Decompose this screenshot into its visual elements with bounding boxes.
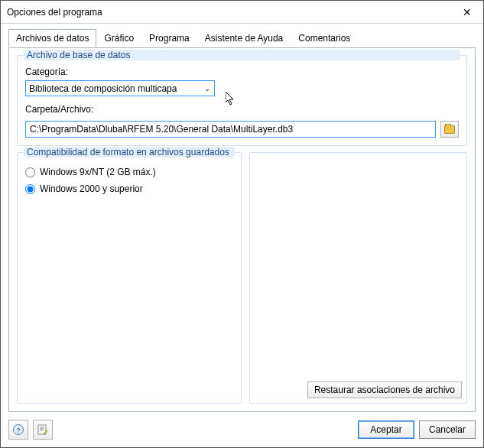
tab-grafico[interactable]: Gráfico bbox=[96, 29, 141, 47]
tab-page-archivos-datos: Archivo de base de datos Categoría: Bibl… bbox=[8, 47, 476, 412]
content-area: Archivos de datos Gráfico Programa Asist… bbox=[1, 24, 483, 447]
edit-button[interactable] bbox=[33, 420, 53, 440]
category-label: Categoría: bbox=[25, 67, 459, 77]
path-input[interactable] bbox=[25, 121, 436, 138]
restore-associations-button[interactable]: Restaurar asociaciones de archivo bbox=[307, 381, 462, 398]
tab-archivos-datos[interactable]: Archivos de datos bbox=[8, 29, 96, 47]
help-button[interactable]: ? bbox=[8, 420, 28, 440]
path-row bbox=[25, 121, 459, 138]
help-icon: ? bbox=[12, 424, 24, 436]
ok-button[interactable]: Aceptar bbox=[358, 420, 414, 439]
tab-strip: Archivos de datos Gráfico Programa Asist… bbox=[8, 29, 476, 48]
category-dropdown[interactable]: Biblioteca de composición multicapa ⌄ bbox=[25, 80, 215, 96]
group-format-compat-title: Compatibilidad de formato en archivos gu… bbox=[24, 147, 235, 157]
edit-icon bbox=[37, 424, 48, 435]
radio-win2000-label: Windows 2000 y superior bbox=[40, 183, 143, 194]
radio-win9x-input[interactable] bbox=[25, 167, 35, 177]
cancel-button[interactable]: Cancelar bbox=[419, 420, 476, 439]
close-icon: ✕ bbox=[463, 6, 472, 18]
group-format-compat: Compatibilidad de formato en archivos gu… bbox=[17, 152, 242, 404]
browse-button[interactable] bbox=[440, 121, 459, 138]
radio-win9x[interactable]: Windows 9x/NT (2 GB máx.) bbox=[25, 167, 233, 177]
group-database-file: Archivo de base de datos Categoría: Bibl… bbox=[17, 55, 467, 146]
chevron-down-icon: ⌄ bbox=[201, 83, 213, 94]
path-label: Carpeta/Archivo: bbox=[25, 104, 459, 115]
tab-comentarios[interactable]: Comentarios bbox=[291, 29, 358, 47]
folder-icon bbox=[444, 125, 455, 134]
window-title: Opciones del programa bbox=[7, 7, 102, 18]
lower-columns: Compatibilidad de formato en archivos gu… bbox=[17, 152, 467, 404]
tab-programa[interactable]: Programa bbox=[141, 29, 197, 47]
category-dropdown-value: Biblioteca de composición multicapa bbox=[29, 83, 177, 94]
radio-win9x-label: Windows 9x/NT (2 GB máx.) bbox=[40, 167, 156, 177]
radio-win2000[interactable]: Windows 2000 y superior bbox=[25, 183, 233, 194]
bottom-bar: ? Aceptar Cancelar bbox=[8, 412, 476, 440]
right-panel: Restaurar asociaciones de archivo bbox=[249, 152, 468, 404]
tab-asistente-ayuda[interactable]: Asistente de Ayuda bbox=[197, 29, 291, 47]
close-button[interactable]: ✕ bbox=[451, 1, 483, 23]
radio-win2000-input[interactable] bbox=[25, 184, 35, 194]
group-database-file-title: Archivo de base de datos bbox=[24, 50, 460, 60]
title-bar: Opciones del programa ✕ bbox=[1, 1, 483, 24]
svg-text:?: ? bbox=[16, 427, 21, 434]
